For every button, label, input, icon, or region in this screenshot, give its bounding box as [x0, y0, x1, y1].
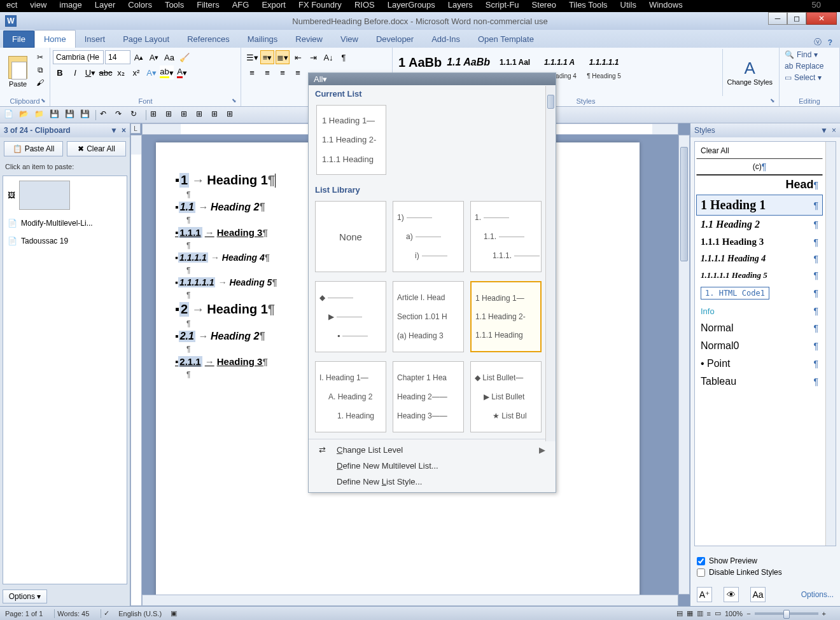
- shrink-font-icon[interactable]: A▾: [147, 50, 161, 64]
- ruler-corner[interactable]: L: [130, 123, 141, 134]
- ml-define-style[interactable]: Define New List Style...: [309, 474, 556, 490]
- find-button[interactable]: 🔍Find ▾: [785, 50, 834, 59]
- clipboard-item[interactable]: 📄 Modify-Multilevel-Li...: [3, 214, 127, 232]
- status-page[interactable]: Page: 1 of 1: [5, 610, 43, 617]
- ml-lib-item[interactable]: 1) a) i): [393, 201, 464, 272]
- ml-change-level[interactable]: ⇄ Change List Level ▶: [309, 442, 556, 458]
- clear-all-button[interactable]: ✖ Clear All: [67, 141, 126, 156]
- subscript-button[interactable]: x₂: [114, 65, 128, 79]
- grow-font-icon[interactable]: A▴: [132, 50, 146, 64]
- text-effects-icon[interactable]: A▾: [144, 65, 158, 79]
- view-print-icon[interactable]: ▤: [676, 609, 683, 617]
- qat-9-icon[interactable]: ⊞: [211, 109, 223, 121]
- qat-open2-icon[interactable]: 📁: [34, 109, 46, 121]
- ml-current-item[interactable]: 1 Heading 1— 1.1 Heading 2- 1.1.1 Headin…: [316, 105, 386, 175]
- ml-filter-all[interactable]: All ▾: [309, 73, 556, 85]
- show-marks-icon[interactable]: ¶: [337, 50, 351, 64]
- style-list-item[interactable]: • Point¶: [696, 355, 823, 373]
- style-list-item[interactable]: 1.1.1 Heading 3¶: [696, 233, 823, 251]
- bold-button[interactable]: B: [53, 65, 67, 79]
- tab-file[interactable]: File: [3, 31, 34, 48]
- strikethrough-button[interactable]: abc: [99, 65, 113, 79]
- qat-saveall-icon[interactable]: 💾: [80, 109, 92, 121]
- decrease-indent-icon[interactable]: ⇤: [291, 50, 305, 64]
- format-painter-icon[interactable]: 🖌: [34, 77, 46, 88]
- ml-scrollbar[interactable]: [545, 86, 556, 441]
- close-button[interactable]: ✕: [806, 12, 837, 25]
- change-styles-icon[interactable]: A: [745, 59, 755, 78]
- clear-formatting-icon[interactable]: 🧹: [178, 50, 192, 64]
- font-size-input[interactable]: [105, 50, 130, 64]
- view-draft-icon[interactable]: ▭: [715, 609, 721, 617]
- ml-lib-item[interactable]: ◆ List Bullet— ▶ List Bullet ★ List Bul: [470, 361, 542, 432]
- change-case-icon[interactable]: Aa: [162, 50, 176, 64]
- style-list-item[interactable]: Normal0¶: [696, 337, 823, 355]
- styles-launcher[interactable]: ⬊: [770, 97, 776, 104]
- increase-indent-icon[interactable]: ⇥: [306, 50, 320, 64]
- paste-all-button[interactable]: 📋 Paste All: [4, 141, 63, 156]
- clipboard-options-button[interactable]: Options ▾: [3, 589, 47, 603]
- manage-styles-icon[interactable]: Aa: [750, 587, 766, 602]
- clipboard-close-icon[interactable]: ×: [122, 126, 126, 135]
- ribbon-minimize-icon[interactable]: ⓥ: [814, 37, 822, 48]
- styles-close-icon[interactable]: ×: [832, 126, 836, 135]
- maximize-button[interactable]: ◻: [787, 12, 806, 25]
- style-list-item[interactable]: Info¶: [696, 303, 823, 319]
- style-clear-all[interactable]: Clear All: [696, 143, 823, 158]
- copy-icon[interactable]: ⧉: [34, 64, 46, 76]
- font-name-input[interactable]: [53, 50, 104, 64]
- view-web-icon[interactable]: ▥: [697, 609, 703, 617]
- new-style-icon[interactable]: A⁺: [697, 587, 712, 602]
- justify-icon[interactable]: ≡: [291, 65, 305, 79]
- tab-insert[interactable]: Insert: [76, 31, 115, 48]
- replace-button[interactable]: abReplace: [785, 62, 834, 71]
- qat-repeat-icon[interactable]: ↻: [130, 109, 142, 121]
- styles-dropdown-icon[interactable]: ▼: [820, 126, 828, 135]
- help-icon[interactable]: ?: [828, 38, 832, 47]
- clipboard-item[interactable]: 📄 Tadoussac 19: [3, 232, 127, 250]
- qat-10-icon[interactable]: ⊞: [227, 109, 238, 121]
- highlight-icon[interactable]: ab▾: [160, 65, 174, 79]
- underline-button[interactable]: U▾: [83, 65, 97, 79]
- scrollbar-horizontal[interactable]: [142, 595, 678, 606]
- disable-linked-checkbox[interactable]: Disable Linked Styles: [697, 568, 834, 577]
- tab-addins[interactable]: Add-Ins: [423, 31, 469, 48]
- ml-lib-item[interactable]: 1. 1.1. 1.1.1.: [470, 201, 542, 272]
- style-head[interactable]: Head¶: [696, 175, 823, 195]
- style-c[interactable]: (c)¶: [696, 158, 823, 175]
- style-list-item[interactable]: 1.1.1.1 Heading 4¶: [696, 251, 823, 267]
- select-button[interactable]: ▭Select ▾: [785, 73, 834, 82]
- style-list-item[interactable]: 1.1 Heading 2¶: [696, 216, 823, 233]
- font-launcher[interactable]: ⬊: [232, 97, 238, 104]
- qat-8-icon[interactable]: ⊞: [196, 109, 207, 121]
- superscript-button[interactable]: x²: [129, 65, 143, 79]
- view-outline-icon[interactable]: ≡: [707, 610, 711, 617]
- bullets-button[interactable]: ☰▾: [245, 50, 259, 64]
- qat-redo-icon[interactable]: ↷: [115, 109, 127, 121]
- tab-references[interactable]: References: [178, 31, 238, 48]
- qat-save-icon[interactable]: 💾: [50, 109, 61, 121]
- italic-button[interactable]: I: [68, 65, 82, 79]
- style-list-item[interactable]: Tableau¶: [696, 373, 823, 390]
- ruler-vertical[interactable]: [130, 135, 142, 606]
- qat-5-icon[interactable]: ⊞: [150, 109, 162, 121]
- ml-lib-item-selected[interactable]: 1 Heading 1— 1.1 Heading 2- 1.1.1 Headin…: [470, 281, 542, 352]
- style-list-item[interactable]: 1. HTML Code1¶: [696, 284, 823, 303]
- ml-none[interactable]: None: [315, 201, 386, 272]
- zoom-in-icon[interactable]: +: [822, 610, 826, 617]
- sort-icon[interactable]: A↓: [321, 50, 335, 64]
- align-center-icon[interactable]: ≡: [260, 65, 274, 79]
- ml-lib-item[interactable]: Chapter 1 Hea Heading 2—— Heading 3——: [393, 361, 464, 432]
- style-inspector-icon[interactable]: 👁: [724, 587, 739, 602]
- tab-open-template[interactable]: Open Template: [469, 31, 543, 48]
- status-macro-icon[interactable]: ▣: [171, 609, 177, 617]
- minimize-button[interactable]: ─: [768, 12, 787, 25]
- font-color-icon[interactable]: A▾: [175, 65, 189, 79]
- qat-new-icon[interactable]: 📄: [4, 109, 15, 121]
- ml-define-new[interactable]: Define New Multilevel List...: [309, 458, 556, 474]
- clipboard-launcher[interactable]: ⬊: [41, 97, 47, 104]
- styles-options-link[interactable]: Options...: [801, 590, 834, 599]
- zoom-level[interactable]: 100%: [725, 610, 743, 617]
- qat-save2-icon[interactable]: 💾: [65, 109, 76, 121]
- ml-lib-item[interactable]: Article I. Head Section 1.01 H (a) Headi…: [393, 281, 464, 352]
